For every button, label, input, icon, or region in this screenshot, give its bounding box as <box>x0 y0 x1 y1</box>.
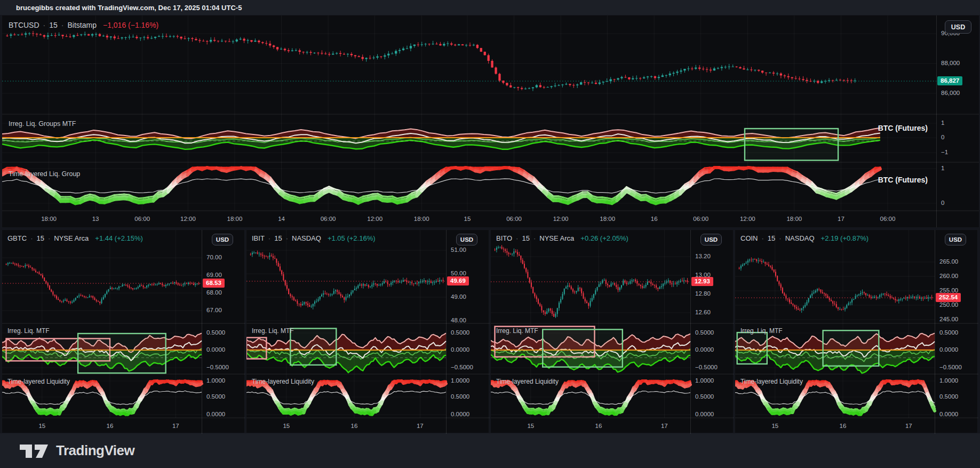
pane-title-time-layered: Time-layered Liquidity <box>7 378 70 385</box>
price-scale[interactable]: 265.00260.00255.00250.00245.000.50000.00… <box>935 230 979 434</box>
change-label: +2.19 (+0.87%) <box>821 234 869 242</box>
mini-charts-row: 70.0069.0068.0067.000.50000.0000−0.50001… <box>2 229 979 433</box>
indicator-source-label: BTC (Futures) <box>878 176 928 184</box>
interval-label: 15 <box>49 21 58 29</box>
pane-title-time-layered: Time-layered Liquidity <box>496 378 559 385</box>
currency-button[interactable]: USD <box>700 234 722 245</box>
scale-label: 265.00 <box>939 258 958 265</box>
time-axis-label: 17 <box>172 423 179 429</box>
pane-title-time-layered: Time-layered Liquidity <box>740 378 803 385</box>
time-axis-label: 15 <box>464 216 471 222</box>
time-axis-label: 06:00 <box>880 216 896 222</box>
coin-chart-panel: 265.00260.00255.00250.00245.000.50000.00… <box>735 229 978 433</box>
legend-separator: · <box>43 21 46 29</box>
currency-button[interactable]: USD <box>945 20 971 34</box>
time-axis[interactable]: 151617 <box>2 418 202 434</box>
time-axis-label: 12:00 <box>740 216 755 222</box>
scale-label: 49.00 <box>451 294 466 300</box>
credit-bar: brucegibbs created with TradingView.com,… <box>0 0 980 15</box>
scale-label: −1 <box>941 149 948 155</box>
time-axis-label: 15 <box>283 423 290 429</box>
scale-label: 0.5000 <box>206 329 225 336</box>
legend-separator: · <box>533 234 536 242</box>
scale-label: 0.5000 <box>206 393 225 400</box>
scale-label: 1 <box>941 165 944 171</box>
gbtc-legend[interactable]: GBTC · 15 · NYSE Arca +1.44 (+2.15%) <box>7 234 143 242</box>
scale-label: 250.00 <box>939 302 958 308</box>
last-price-tag: 12.93 <box>691 277 713 286</box>
scale-label: 0.5000 <box>451 393 469 400</box>
interval-label: 15 <box>522 234 529 242</box>
scale-label: −0.5000 <box>206 364 229 370</box>
time-axis-label: 16 <box>651 216 658 222</box>
time-axis-label: 18:00 <box>414 216 429 222</box>
time-axis[interactable]: 151617 <box>491 418 690 434</box>
time-axis-label: 15 <box>771 423 778 429</box>
scale-label: 0.0000 <box>695 411 714 417</box>
pane-title-irreg: Irreg. Liq. MTF <box>496 327 538 335</box>
legend-separator: · <box>762 234 764 242</box>
currency-button[interactable]: USD <box>212 234 233 245</box>
price-scale[interactable]: 13.2013.0012.8012.600.50000.0000−0.50001… <box>690 230 735 434</box>
time-axis-label: 15 <box>38 423 45 429</box>
time-axis-label: 17 <box>417 423 424 429</box>
scale-label: 0.0000 <box>939 346 958 353</box>
price-scale[interactable]: 70.0069.0068.0067.000.50000.0000−0.50001… <box>202 230 246 434</box>
exchange-label: NYSE Arca <box>539 234 574 242</box>
scale-label: 1.0000 <box>206 377 225 384</box>
btc-chart-panel: 90,00088,00086,00010−11086,82718:001306:… <box>2 15 979 228</box>
time-axis-label: 17 <box>838 216 844 222</box>
interval-label: 15 <box>768 234 775 242</box>
scale-label: 0.5000 <box>695 329 714 336</box>
time-axis-label: 06:00 <box>134 216 150 222</box>
scale-label: 12.80 <box>695 290 711 297</box>
scale-label: 88,000 <box>941 60 960 66</box>
scale-label: 0.5000 <box>939 329 958 336</box>
scale-label: 86,000 <box>941 90 960 96</box>
last-price-tag: 68.53 <box>203 279 225 288</box>
time-axis-label: 14 <box>278 216 285 222</box>
scale-label: 48.00 <box>451 317 466 323</box>
time-axis-label: 13 <box>92 216 99 222</box>
time-axis-label: 18:00 <box>600 216 615 222</box>
price-scale[interactable]: 51.0050.0049.0048.000.50000.0000−0.50001… <box>446 230 490 434</box>
scale-label: 0.0000 <box>939 411 958 417</box>
btc-chart-canvas[interactable]: 90,00088,00086,00010−11086,82718:001306:… <box>2 15 979 227</box>
tradingview-wordmark[interactable]: TradingView <box>56 442 134 459</box>
bito-legend[interactable]: BITO · 15 · NYSE Arca +0.26 (+2.05%) <box>496 234 628 242</box>
currency-button[interactable]: USD <box>456 234 477 245</box>
scale-label: 1.0000 <box>695 377 714 384</box>
time-axis[interactable]: 18:001306:0012:0018:001406:0012:0018:001… <box>2 211 936 227</box>
scale-label: 68.00 <box>206 289 222 296</box>
price-scale[interactable]: 90,00088,00086,00010−11086,827 <box>936 15 979 227</box>
scale-label: 51.00 <box>451 247 466 253</box>
legend-separator: · <box>779 234 781 242</box>
last-price-tag: 252.54 <box>936 293 961 302</box>
btc-legend[interactable]: BTCUSD · 15 · Bitstamp −1,016 (−1.16%) <box>9 21 158 29</box>
scale-label: 69.00 <box>206 272 222 278</box>
scale-label: 1.0000 <box>451 377 469 384</box>
legend-separator: · <box>286 234 288 242</box>
scale-label: 0 <box>941 200 944 206</box>
legend-separator: · <box>516 234 518 242</box>
scale-label: 245.00 <box>939 316 958 322</box>
scale-label: 50.00 <box>451 270 466 276</box>
ibit-chart-panel: 51.0050.0049.0048.000.50000.0000−0.50001… <box>246 229 489 433</box>
ibit-legend[interactable]: IBIT · 15 · NASDAQ +1.05 (+2.16%) <box>252 234 376 242</box>
change-label: −1,016 (−1.16%) <box>103 21 158 29</box>
interval-label: 15 <box>274 234 282 242</box>
tradingview-logo-icon[interactable] <box>18 442 49 460</box>
scale-label: −0.5000 <box>939 364 962 370</box>
time-axis-label: 18:00 <box>786 216 802 222</box>
symbol-label: BTCUSD <box>9 21 39 29</box>
time-axis[interactable]: 151617 <box>735 418 935 434</box>
currency-button[interactable]: USD <box>945 234 966 245</box>
time-axis[interactable]: 151617 <box>246 418 446 434</box>
scale-label: 0.5000 <box>695 393 714 400</box>
legend-separator: · <box>61 21 64 29</box>
scale-label: −0.5000 <box>695 364 718 370</box>
time-axis-label: 12:00 <box>553 216 569 222</box>
time-axis-label: 16 <box>107 423 114 429</box>
legend-separator: · <box>268 234 270 242</box>
coin-legend[interactable]: COIN · 15 · NASDAQ +2.19 (+0.87%) <box>740 234 869 242</box>
